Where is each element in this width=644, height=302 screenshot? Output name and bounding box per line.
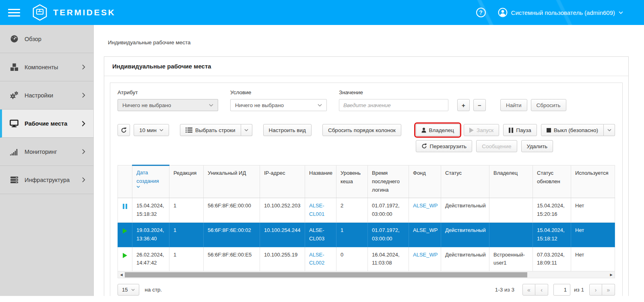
sidebar-item-components[interactable]: Компоненты	[0, 53, 93, 81]
cell-cache: 1	[336, 222, 368, 247]
column-owner[interactable]: Владелец	[489, 165, 533, 198]
select-rows-button[interactable]: Выбрать строки	[180, 124, 241, 136]
sort-caret-icon	[136, 186, 165, 188]
first-page-button[interactable]: «	[522, 284, 535, 296]
table-row[interactable]: 26.02.2024, 14:47:42 1 56:6F:8F:6E:00:E5…	[118, 247, 615, 271]
column-pool[interactable]: Фонд	[409, 165, 441, 198]
shutdown-caret-button[interactable]	[604, 124, 615, 136]
column-created[interactable]: Дата создания	[132, 165, 169, 198]
horizontal-scrollbar[interactable]: ◀ ▶	[118, 271, 615, 278]
cell-state	[118, 198, 132, 223]
brand-logo[interactable]: TERMIDESK	[32, 4, 116, 21]
attribute-select[interactable]: Ничего не выбрано	[118, 99, 218, 111]
refresh-button[interactable]	[118, 124, 130, 136]
add-filter-button[interactable]: +	[457, 99, 470, 111]
delete-button[interactable]: Удалить	[521, 140, 553, 152]
sidebar-item-infrastructure[interactable]: Инфраструктура	[0, 166, 93, 194]
cell-uid: 56:6F:8F:6E:00:00	[204, 198, 260, 223]
workplace-link[interactable]: ALSE-CL002	[309, 252, 324, 266]
next-page-button[interactable]: ›	[589, 284, 602, 296]
sidebar-item-overview[interactable]: Обзор	[0, 25, 93, 53]
bottom-strip	[0, 296, 644, 302]
sidebar-item-workplaces[interactable]: Рабочие места	[0, 110, 93, 138]
pool-link[interactable]: ALSE_WP	[413, 227, 438, 233]
condition-select[interactable]: Ничего не выбрано	[230, 99, 327, 111]
row-state-play-icon	[123, 228, 127, 234]
hamburger-menu-icon[interactable]	[8, 9, 22, 17]
message-button[interactable]: Сообщение	[476, 140, 517, 152]
monitor-icon	[10, 119, 19, 128]
scroll-right-icon[interactable]: ▶	[608, 272, 615, 278]
start-label: Запуск	[477, 127, 493, 133]
reset-button[interactable]: Сбросить	[531, 99, 566, 111]
configure-view-button[interactable]: Настроить вид	[263, 124, 312, 136]
value-label: Значение	[339, 89, 448, 95]
sidebar-item-label: Обзор	[25, 36, 41, 42]
condition-select-value: Ничего не выбрано	[235, 102, 284, 108]
remove-filter-button[interactable]: −	[473, 99, 486, 111]
refresh-icon	[121, 127, 127, 133]
sidebar-item-monitoring[interactable]: Мониторинг	[0, 138, 93, 166]
workplace-link[interactable]: ALSE-CL001	[309, 203, 324, 217]
page-size-select[interactable]: 15	[118, 284, 139, 296]
find-button[interactable]: Найти	[500, 99, 527, 111]
reboot-button[interactable]: Перезагрузить	[416, 140, 473, 152]
help-icon[interactable]: ?	[476, 8, 486, 17]
shutdown-label: Выкл (безопасно)	[554, 127, 598, 133]
scrollbar-thumb[interactable]	[125, 272, 527, 277]
pool-link[interactable]: ALSE_WP	[413, 252, 438, 258]
column-revision[interactable]: Редакция	[169, 165, 204, 198]
cell-status-updated: 07.03.2024, 18:09:11	[533, 247, 571, 271]
column-used[interactable]: Используется	[571, 165, 615, 198]
condition-label: Условие	[230, 89, 327, 95]
cell-ip: 10.100.255.19	[260, 247, 305, 271]
list-icon	[186, 127, 192, 133]
shutdown-button[interactable]: Выкл (безопасно)	[541, 124, 604, 136]
page-title: Индивидуальные рабочие места	[104, 57, 628, 76]
cell-name: ALSE-CL002	[305, 247, 336, 271]
column-status-updated[interactable]: Статус обновлен	[533, 165, 571, 198]
chevron-right-icon	[82, 93, 85, 98]
start-button[interactable]: Запуск	[464, 124, 499, 136]
page-number-input[interactable]	[553, 284, 570, 296]
column-last-login[interactable]: Время последнего логина	[368, 165, 409, 198]
user-avatar-icon	[498, 8, 508, 17]
last-page-button[interactable]: »	[602, 284, 615, 296]
column-cache-level[interactable]: Уровень кеша	[336, 165, 368, 198]
app-window: TERMIDESK ? Системный пользователь (admi…	[0, 0, 644, 302]
sidebar-item-label: Инфраструктура	[25, 177, 70, 183]
cell-revision: 1	[169, 198, 204, 223]
user-menu[interactable]: Системный пользователь (admin609)	[498, 8, 623, 17]
reset-columns-button[interactable]: Сбросить порядок колонок	[322, 124, 401, 136]
column-uid[interactable]: Уникальный ИД	[204, 165, 260, 198]
pause-button[interactable]: Пауза	[503, 124, 537, 136]
owner-button[interactable]: Владелец	[416, 124, 460, 136]
chevron-right-icon	[82, 64, 85, 70]
column-status[interactable]: Статус	[441, 165, 489, 198]
sidebar-item-settings[interactable]: Настройки	[0, 81, 93, 110]
pool-link[interactable]: ALSE_WP	[413, 203, 438, 209]
chevron-down-icon	[318, 104, 322, 107]
column-ip[interactable]: IP-адрес	[260, 165, 305, 198]
chevron-down-icon	[131, 289, 135, 291]
cell-name: ALSE-CL003	[305, 222, 336, 247]
cell-cache: 0	[336, 247, 368, 271]
interval-dropdown[interactable]: 10 мин	[134, 124, 169, 136]
hamburger-bar	[8, 9, 20, 10]
help-glyph: ?	[479, 9, 483, 16]
pause-label: Пауза	[516, 127, 531, 133]
scroll-left-icon[interactable]: ◀	[118, 272, 125, 278]
chevron-right-icon	[82, 149, 85, 154]
table-row-selected[interactable]: 19.03.2024, 13:36:40 1 56:6F:8F:6E:00:02…	[118, 222, 615, 247]
value-input[interactable]	[339, 99, 448, 111]
workplace-link[interactable]: ALSE-CL003	[309, 227, 324, 242]
breadcrumb: Индивидуальные рабочие места	[108, 39, 629, 46]
cell-uid: 56:6F:8F:6E:00:E5	[204, 247, 260, 271]
cell-created: 26.02.2024, 14:47:42	[132, 247, 169, 271]
table-row[interactable]: 15.04.2024, 15:18:32 1 56:6F:8F:6E:00:00…	[118, 198, 615, 223]
column-created-label: Дата создания	[136, 170, 159, 184]
select-rows-caret-button[interactable]	[241, 124, 252, 136]
table-header-row: Дата создания Редакция Уникальный ИД IP-…	[118, 165, 615, 198]
prev-page-button[interactable]: ‹	[535, 284, 548, 296]
column-name[interactable]: Название	[305, 165, 336, 198]
